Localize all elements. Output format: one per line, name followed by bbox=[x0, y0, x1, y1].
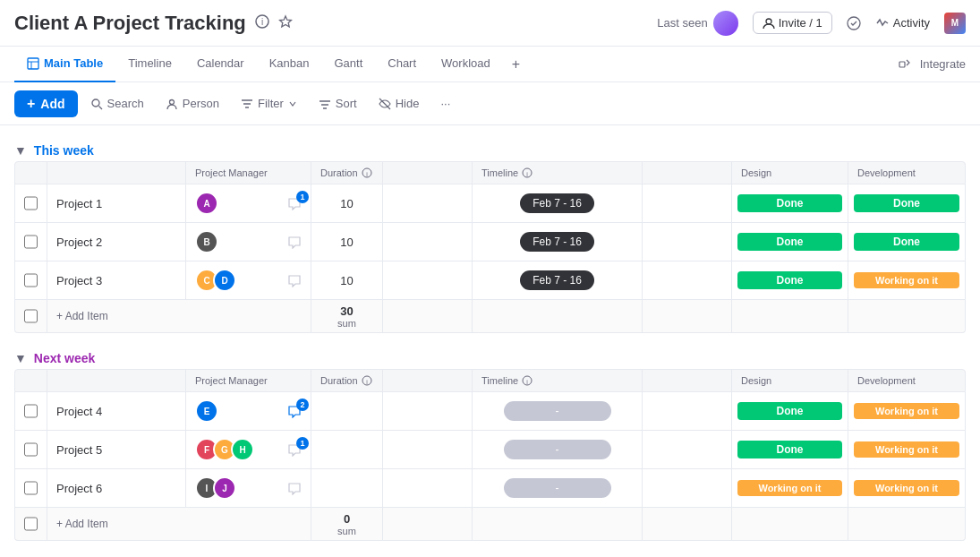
row-checkbox-6[interactable] bbox=[24, 481, 38, 495]
comment-icon-5[interactable]: 1 bbox=[287, 442, 302, 457]
add-item-empty2 bbox=[473, 300, 643, 332]
tab-timeline[interactable]: Timeline bbox=[115, 47, 184, 82]
activity-button[interactable]: Activity bbox=[875, 16, 930, 30]
td-empty-4 bbox=[383, 392, 473, 430]
page-title: Client A Project Tracking bbox=[14, 12, 246, 35]
td-name-2: Project 2 bbox=[47, 223, 186, 261]
next-week-table: Project Manager Duration i Timeline i De… bbox=[14, 369, 966, 541]
notifications-icon[interactable] bbox=[847, 16, 861, 30]
more-label: ··· bbox=[440, 97, 450, 110]
row-checkbox-4[interactable] bbox=[24, 404, 38, 418]
tab-gantt[interactable]: Gantt bbox=[321, 47, 375, 82]
avatar-5-3: H bbox=[231, 438, 254, 461]
td-duration-1: 10 bbox=[311, 184, 383, 222]
this-week-section: ▼ This week Project Manager Duration i T… bbox=[0, 140, 980, 333]
td-dev-5: Working on it bbox=[848, 431, 965, 468]
td-duration-3: 10 bbox=[311, 261, 383, 299]
comment-icon-4[interactable]: 2 bbox=[287, 404, 302, 418]
last-seen: Last seen bbox=[657, 11, 737, 36]
this-week-chevron[interactable]: ▼ bbox=[14, 143, 27, 158]
td-design-3: Done bbox=[732, 261, 848, 299]
comment-icon-1[interactable]: 1 bbox=[287, 196, 302, 210]
add-item-link-next-week[interactable]: + Add Item bbox=[56, 518, 108, 530]
add-item-nw-checkbox[interactable] bbox=[24, 517, 38, 531]
th-empty bbox=[383, 162, 473, 184]
row-checkbox-5[interactable] bbox=[24, 442, 38, 457]
td-pm-6: I J bbox=[186, 469, 311, 507]
comment-icon-6[interactable] bbox=[287, 481, 302, 495]
add-item-nw-empty1 bbox=[383, 508, 473, 540]
info-icon[interactable]: i bbox=[255, 14, 269, 31]
td-design-6: Working on it bbox=[732, 469, 848, 507]
row-checkbox-3[interactable] bbox=[24, 273, 38, 287]
add-button[interactable]: + Add bbox=[14, 90, 78, 117]
star-icon[interactable] bbox=[278, 14, 293, 31]
dev-status-4[interactable]: Working on it bbox=[854, 403, 959, 419]
sort-button[interactable]: Sort bbox=[310, 92, 366, 115]
table-row: Project 6 I J - Wo bbox=[14, 469, 966, 508]
design-status-4[interactable]: Done bbox=[737, 402, 842, 420]
timeline-badge-2: Feb 7 - 16 bbox=[520, 232, 594, 252]
svg-marker-2 bbox=[279, 16, 291, 27]
header-right: Last seen Invite / 1 Activity M bbox=[657, 11, 966, 36]
this-week-header: ▼ This week bbox=[0, 140, 980, 161]
next-week-chevron[interactable]: ▼ bbox=[14, 351, 27, 365]
comment-icon-3[interactable] bbox=[287, 273, 302, 287]
row-checkbox-1[interactable] bbox=[24, 196, 38, 210]
svg-text:i: i bbox=[261, 17, 263, 27]
invite-button[interactable]: Invite / 1 bbox=[753, 12, 832, 34]
td-duration-5 bbox=[311, 431, 383, 468]
td-pm-3: C D bbox=[186, 261, 311, 299]
avatar-3-2: D bbox=[213, 269, 236, 292]
design-status-2[interactable]: Done bbox=[737, 233, 842, 251]
design-status-1[interactable]: Done bbox=[737, 194, 842, 212]
next-week-header: ▼ Next week bbox=[0, 347, 980, 369]
th-check bbox=[15, 162, 47, 184]
more-button[interactable]: ··· bbox=[431, 92, 459, 115]
th-nw-design: Design bbox=[732, 370, 848, 391]
tab-chart[interactable]: Chart bbox=[375, 47, 429, 82]
person-button[interactable]: Person bbox=[157, 92, 228, 115]
td-empty-1 bbox=[383, 184, 473, 222]
dev-status-3[interactable]: Working on it bbox=[854, 272, 959, 288]
activity-label: Activity bbox=[893, 16, 930, 30]
comment-icon-2[interactable] bbox=[287, 235, 302, 249]
dev-status-2[interactable]: Done bbox=[854, 233, 959, 251]
td-check-2 bbox=[15, 223, 47, 261]
row-checkbox-2[interactable] bbox=[24, 235, 38, 249]
td-dev-6: Working on it bbox=[848, 469, 965, 507]
th-design: Design bbox=[732, 162, 848, 184]
td-design-4: Done bbox=[732, 392, 848, 430]
hide-label: Hide bbox=[396, 97, 420, 110]
integrate-button[interactable]: Integrate bbox=[899, 57, 966, 71]
nw-sum-value: 0 bbox=[344, 512, 350, 526]
th-nw-development: Development bbox=[848, 370, 965, 391]
hide-button[interactable]: Hide bbox=[370, 92, 429, 115]
this-week-table-header: Project Manager Duration i Timeline i De… bbox=[14, 161, 966, 184]
dev-status-6[interactable]: Working on it bbox=[854, 480, 959, 496]
add-tab-button[interactable]: + bbox=[503, 56, 529, 73]
dev-status-5[interactable]: Working on it bbox=[854, 441, 959, 458]
td-check-1 bbox=[15, 184, 47, 222]
filter-button[interactable]: Filter bbox=[232, 92, 306, 115]
add-item-link-this-week[interactable]: + Add Item bbox=[56, 310, 108, 322]
design-status-3[interactable]: Done bbox=[737, 271, 842, 289]
tab-workload[interactable]: Workload bbox=[429, 47, 503, 82]
td-empty2-6 bbox=[643, 469, 732, 507]
search-button[interactable]: Search bbox=[81, 92, 153, 115]
td-dev-2: Done bbox=[848, 223, 965, 261]
sum-td: 30 sum bbox=[311, 300, 383, 332]
next-week-table-header: Project Manager Duration i Timeline i De… bbox=[14, 369, 966, 392]
tab-calendar[interactable]: Calendar bbox=[184, 47, 257, 82]
table-row: Project 4 E 2 - Do bbox=[14, 392, 966, 431]
tab-main-table[interactable]: Main Table bbox=[14, 47, 115, 82]
dev-status-1[interactable]: Done bbox=[854, 194, 959, 212]
tab-kanban[interactable]: Kanban bbox=[257, 47, 322, 82]
th-nw-duration: Duration i bbox=[311, 370, 383, 391]
gmail-icon: M bbox=[944, 13, 966, 34]
add-item-checkbox[interactable] bbox=[24, 309, 38, 323]
th-name bbox=[47, 162, 186, 184]
design-status-6[interactable]: Working on it bbox=[737, 480, 842, 496]
design-status-5[interactable]: Done bbox=[737, 441, 842, 458]
project-name-5: Project 5 bbox=[56, 443, 102, 457]
